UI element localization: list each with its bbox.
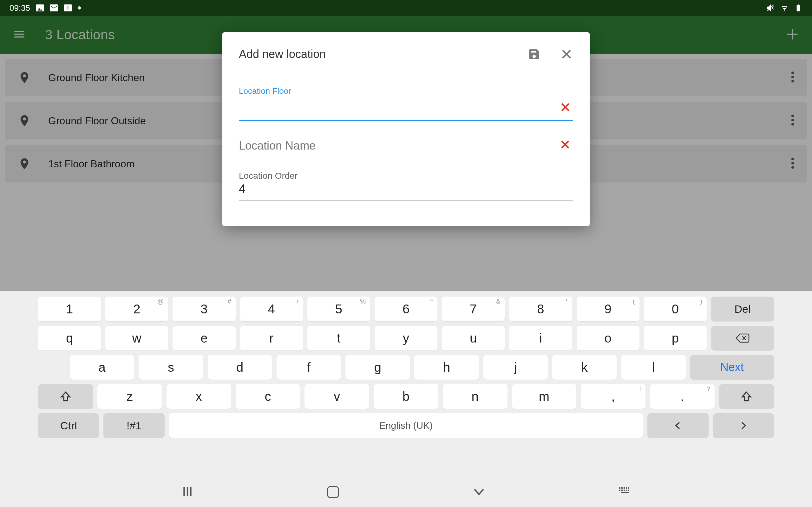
svg-rect-21	[626, 487, 627, 489]
location-name-field[interactable]: Location Name	[239, 133, 573, 158]
kb-row-3: a s d f g h j k l Next	[38, 355, 774, 380]
svg-rect-19	[621, 487, 623, 489]
mail-icon	[50, 4, 58, 11]
key-w[interactable]: w	[105, 326, 168, 350]
svg-rect-23	[619, 490, 620, 491]
key-j[interactable]: j	[484, 355, 548, 380]
add-location-dialog: Add new location Location Floor Location…	[222, 32, 590, 226]
chevron-down-icon	[472, 485, 486, 498]
recents-button[interactable]	[181, 485, 194, 499]
dialog-title: Add new location	[239, 48, 326, 61]
key-l[interactable]: l	[621, 355, 686, 380]
hide-keyboard-button[interactable]	[618, 487, 631, 498]
key-5[interactable]: 5%	[307, 297, 370, 321]
status-bar: 09:35 f	[0, 0, 812, 16]
key-q[interactable]: q	[38, 326, 101, 350]
key-arrow-left[interactable]	[647, 413, 708, 438]
key-ctrl[interactable]: Ctrl	[38, 413, 99, 438]
field-label: Location Order	[239, 171, 573, 181]
key-symbols[interactable]: !#1	[103, 413, 164, 438]
key-shift-left[interactable]	[38, 384, 93, 409]
more-notifications-icon	[78, 6, 81, 9]
facebook-icon: f	[64, 4, 72, 11]
close-icon[interactable]	[560, 48, 573, 61]
key-y[interactable]: y	[374, 326, 438, 350]
kb-row-4: z x c v b n m ,! .?	[38, 384, 774, 409]
key-o[interactable]: o	[577, 326, 640, 350]
key-m[interactable]: m	[512, 384, 577, 409]
key-7[interactable]: 7&	[442, 297, 505, 321]
key-8[interactable]: 8*	[509, 297, 572, 321]
key-f[interactable]: f	[276, 355, 341, 380]
key-c[interactable]: c	[236, 384, 300, 409]
svg-rect-24	[621, 490, 623, 491]
key-1[interactable]: 1	[38, 297, 101, 321]
svg-rect-27	[628, 490, 629, 491]
key-4[interactable]: 4/	[240, 297, 303, 321]
kb-row-1: 1 2@ 3# 4/ 5% 6^ 7& 8* 9( 0) Del	[38, 297, 774, 321]
key-0[interactable]: 0)	[644, 297, 707, 321]
key-period[interactable]: .?	[650, 384, 715, 409]
svg-rect-26	[626, 490, 627, 491]
chevron-left-icon	[673, 421, 682, 430]
svg-rect-28	[621, 492, 629, 493]
key-z[interactable]: z	[97, 384, 162, 409]
clear-icon[interactable]	[559, 101, 571, 113]
svg-rect-4	[797, 5, 800, 11]
key-6[interactable]: 6^	[374, 297, 438, 321]
status-time: 09:35	[9, 3, 30, 13]
svg-rect-25	[623, 490, 625, 491]
key-b[interactable]: b	[374, 384, 438, 409]
svg-rect-18	[619, 487, 620, 489]
location-floor-field[interactable]: Location Floor	[239, 86, 573, 121]
key-k[interactable]: k	[552, 355, 617, 380]
save-icon[interactable]	[527, 48, 541, 61]
home-button[interactable]	[327, 486, 339, 498]
key-space[interactable]: English (UK)	[169, 413, 643, 438]
battery-icon	[794, 4, 803, 12]
key-e[interactable]: e	[172, 326, 235, 350]
key-comma[interactable]: ,!	[581, 384, 646, 409]
key-arrow-right[interactable]	[713, 413, 774, 438]
location-floor-input[interactable]	[239, 96, 573, 121]
location-order-field[interactable]: Location Order 4	[239, 171, 573, 201]
key-9[interactable]: 9(	[577, 297, 640, 321]
key-2[interactable]: 2@	[105, 297, 168, 321]
key-del[interactable]: Del	[711, 297, 774, 321]
android-nav-bar	[0, 477, 812, 507]
recents-icon	[181, 485, 194, 498]
shift-icon	[60, 391, 71, 402]
virtual-keyboard: 1 2@ 3# 4/ 5% 6^ 7& 8* 9( 0) Del q w e r…	[0, 291, 812, 507]
chevron-right-icon	[739, 421, 748, 430]
key-v[interactable]: v	[305, 384, 369, 409]
key-next[interactable]: Next	[690, 355, 774, 380]
clear-icon[interactable]	[559, 138, 571, 151]
shift-icon	[741, 391, 752, 402]
kb-row-2: q w e r t y u i o p	[38, 326, 774, 350]
key-t[interactable]: t	[307, 326, 370, 350]
key-s[interactable]: s	[139, 355, 203, 380]
wifi-icon	[780, 4, 789, 12]
key-n[interactable]: n	[443, 384, 507, 409]
key-a[interactable]: a	[70, 355, 134, 380]
svg-point-1	[38, 8, 40, 9]
location-name-input[interactable]: Location Name	[239, 133, 573, 158]
back-button[interactable]	[472, 485, 486, 499]
key-shift-right[interactable]	[719, 384, 774, 409]
key-backspace[interactable]	[711, 326, 774, 350]
location-order-input[interactable]: 4	[239, 182, 573, 201]
key-u[interactable]: u	[442, 326, 505, 350]
home-icon	[327, 486, 339, 498]
key-g[interactable]: g	[345, 355, 410, 380]
key-x[interactable]: x	[166, 384, 231, 409]
field-placeholder: Location Name	[239, 139, 316, 153]
key-p[interactable]: p	[644, 326, 707, 350]
key-h[interactable]: h	[414, 355, 478, 380]
backspace-icon	[735, 333, 750, 343]
keyboard-icon	[618, 487, 631, 496]
svg-rect-20	[623, 487, 625, 489]
key-3[interactable]: 3#	[172, 297, 235, 321]
key-r[interactable]: r	[240, 326, 303, 350]
key-i[interactable]: i	[509, 326, 572, 350]
key-d[interactable]: d	[208, 355, 272, 380]
